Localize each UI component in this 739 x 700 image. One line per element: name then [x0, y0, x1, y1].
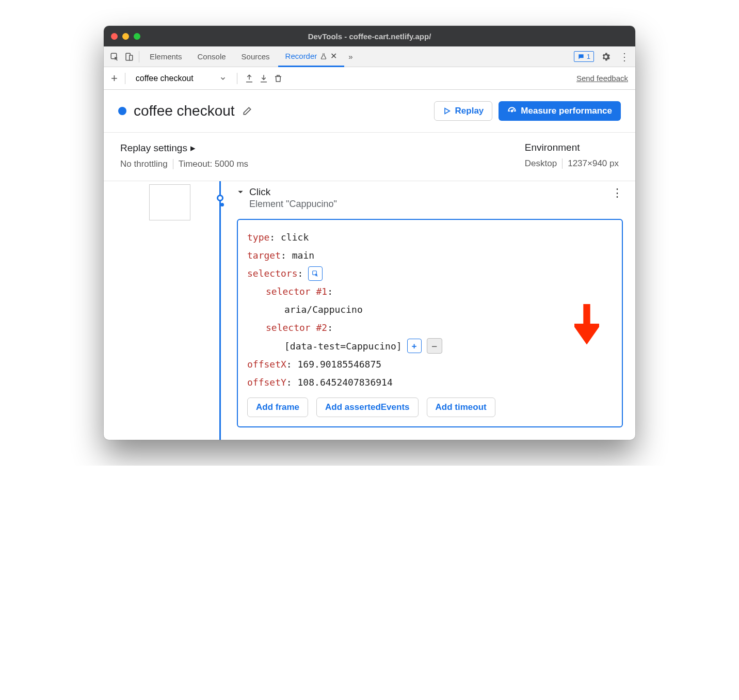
replay-button[interactable]: Replay: [434, 101, 493, 121]
import-icon[interactable]: [259, 74, 268, 83]
divider: [139, 51, 139, 62]
svg-point-3: [511, 110, 513, 112]
replay-button-label: Replay: [455, 106, 484, 116]
selector-1-value[interactable]: aria/Cappucino: [284, 304, 363, 315]
close-tab-icon[interactable]: ✕: [330, 51, 337, 61]
settings-panel: Replay settings ▸ No throttling Timeout:…: [104, 133, 635, 181]
add-frame-button[interactable]: Add frame: [247, 397, 308, 417]
timeline-track: [212, 181, 228, 440]
divider: [125, 73, 125, 84]
prop-target-val[interactable]: : main: [281, 250, 314, 261]
chevron-down-icon[interactable]: [237, 188, 244, 196]
kebab-menu-icon[interactable]: ⋮: [618, 50, 631, 63]
environment-group: Environment Desktop 1237×940 px: [525, 142, 619, 169]
tab-sources[interactable]: Sources: [234, 46, 277, 67]
flask-icon: [320, 53, 327, 60]
close-window-button[interactable]: [111, 33, 118, 40]
recording-select-value: coffee checkout: [136, 74, 194, 83]
remove-selector-button[interactable]: −: [427, 338, 442, 354]
minimize-window-button[interactable]: [122, 33, 129, 40]
tab-recorder[interactable]: Recorder ✕: [278, 47, 345, 67]
step-click: Click Element "Cappucino" ⋮ type: click …: [228, 181, 623, 440]
prop-offsetx-key: offsetX: [247, 359, 286, 370]
replay-settings-group: Replay settings ▸ No throttling Timeout:…: [120, 142, 248, 169]
issues-badge[interactable]: 1: [574, 51, 594, 62]
selector-2-value[interactable]: [data-test=Cappucino]: [284, 337, 402, 355]
step-editor: type: click target: main selectors: sele…: [237, 219, 623, 427]
timeout-value: Timeout: 5000 ms: [179, 159, 248, 169]
measure-performance-button[interactable]: Measure performance: [499, 101, 621, 121]
devtools-tabstrip: Elements Console Sources Recorder ✕ » 1 …: [104, 46, 635, 67]
export-icon[interactable]: [245, 74, 254, 83]
prop-offsetx-val[interactable]: : 169.90185546875: [286, 359, 381, 370]
recording-status-dot: [118, 107, 126, 115]
prop-selectors-key: selectors: [247, 268, 298, 279]
divider: [173, 159, 173, 169]
tab-elements[interactable]: Elements: [142, 46, 189, 67]
measure-performance-label: Measure performance: [521, 106, 612, 116]
prop-offsety-key: offsetY: [247, 377, 286, 388]
devtools-window: DevTools - coffee-cart.netlify.app/ Elem…: [104, 26, 635, 440]
recording-header: coffee checkout Replay Measure performan…: [104, 90, 635, 133]
tab-console[interactable]: Console: [190, 46, 233, 67]
gauge-icon: [507, 106, 517, 116]
step-thumbnail[interactable]: [149, 184, 190, 220]
replay-settings-title[interactable]: Replay settings ▸: [120, 142, 248, 154]
window-controls: [111, 33, 140, 40]
device-toolbar-icon[interactable]: [122, 50, 136, 63]
recording-title: coffee checkout: [134, 103, 235, 119]
delete-icon[interactable]: [274, 74, 283, 83]
dimensions-value: 1237×940 px: [568, 158, 619, 169]
step-menu-icon[interactable]: ⋮: [612, 186, 623, 200]
svg-rect-2: [130, 55, 133, 60]
environment-title: Environment: [525, 142, 619, 153]
new-recording-icon[interactable]: +: [111, 72, 118, 85]
inspect-element-icon[interactable]: [108, 50, 121, 63]
throttling-value: No throttling: [120, 159, 168, 169]
chevron-right-icon: ▸: [190, 142, 196, 154]
window-titlebar: DevTools - coffee-cart.netlify.app/: [104, 26, 635, 46]
prop-type-key: type: [247, 232, 269, 243]
chevron-down-icon: [219, 75, 227, 82]
add-selector-button[interactable]: +: [407, 339, 422, 353]
selector-1-key: selector #1: [266, 286, 327, 297]
zoom-window-button[interactable]: [134, 33, 140, 40]
steps-timeline: Click Element "Cappucino" ⋮ type: click …: [104, 181, 635, 440]
add-timeout-button[interactable]: Add timeout: [427, 397, 495, 417]
issues-count: 1: [587, 53, 590, 60]
prop-type-val[interactable]: : click: [269, 232, 309, 243]
tab-recorder-label: Recorder: [285, 52, 317, 60]
selector-2-key: selector #2: [266, 322, 327, 333]
chat-icon: [577, 53, 585, 60]
recording-select[interactable]: coffee checkout: [133, 72, 230, 85]
edit-title-icon[interactable]: [242, 106, 252, 116]
timeline-thumbnail-col: [104, 181, 212, 440]
prop-offsety-val[interactable]: : 108.6452407836914: [286, 377, 393, 388]
pick-selector-icon[interactable]: [308, 266, 323, 281]
divider: [562, 158, 563, 169]
window-title: DevTools - coffee-cart.netlify.app/: [104, 32, 635, 41]
add-asserted-events-button[interactable]: Add assertedEvents: [316, 397, 418, 417]
tab-overflow[interactable]: »: [345, 46, 356, 67]
divider: [237, 73, 237, 84]
send-feedback-link[interactable]: Send feedback: [576, 74, 628, 83]
prop-target-key: target: [247, 250, 281, 261]
step-title: Click: [249, 186, 337, 198]
device-value: Desktop: [525, 158, 557, 169]
settings-icon[interactable]: [599, 50, 613, 63]
step-subtitle: Element "Cappucino": [249, 199, 337, 210]
recorder-toolbar: + coffee checkout Send feedback: [104, 67, 635, 90]
play-icon: [443, 107, 451, 115]
